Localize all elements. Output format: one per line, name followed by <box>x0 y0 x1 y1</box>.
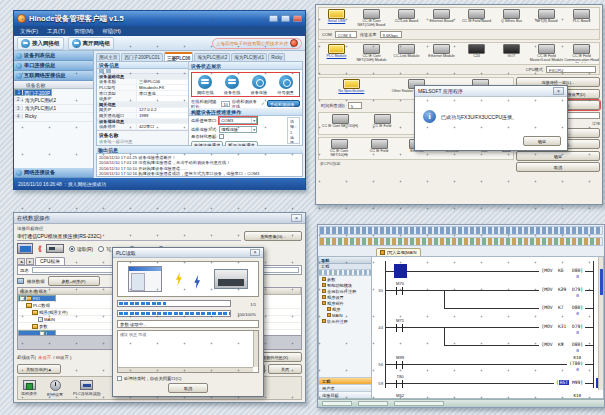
connect-mode-select[interactable]: 编程连接▾ <box>219 126 257 133</box>
progress-cancel-button[interactable]: 取消 <box>168 383 208 393</box>
ladder-tab[interactable]: [写入监视]MAIN <box>376 248 421 256</box>
auto-check-checkbox[interactable]: ✓ <box>261 101 265 106</box>
auto-close-checkbox[interactable] <box>117 376 122 381</box>
serial-usb-item[interactable]: Serial USB <box>319 9 354 28</box>
monitor-value: 0 <box>576 330 579 335</box>
app-logo-icon <box>17 14 26 23</box>
network-online-indicator[interactable]: 网络在线 <box>193 75 219 95</box>
manual-check-button[interactable]: 手动检测设备在线 <box>267 100 300 107</box>
tab-cpu-module[interactable]: CPU模块 <box>35 257 65 265</box>
sidebar-panel-serial[interactable]: 串口连接信息 <box>14 61 93 71</box>
no-specification-item[interactable]: No Specification <box>319 79 384 98</box>
close-button[interactable]: 关闭 <box>268 364 302 374</box>
param-program-button[interactable]: 参数+程序(P) <box>48 276 100 286</box>
toolbar-icons[interactable] <box>319 237 603 246</box>
device-connect-indicator[interactable]: 设备连接 <box>246 75 272 95</box>
close-icon[interactable]: × <box>291 214 302 222</box>
sidebar-panel-network[interactable]: 互联网络连接信息 <box>14 71 93 81</box>
minimize-icon[interactable] <box>269 15 278 22</box>
dialog-ok-button[interactable]: 确定 <box>523 136 561 146</box>
pane-connection[interactable]: 连接目标 <box>319 391 371 398</box>
cc-ie-field-master-item[interactable]: CC IE Field Master/Local Module <box>529 44 564 63</box>
leave-network-button[interactable]: 离开网络组 <box>68 37 115 50</box>
cc-ie-cont-board-item[interactable]: CC IE Cont NET(/10H) Board <box>354 9 389 28</box>
device-online-indicator[interactable]: 设备在线 <box>219 75 245 95</box>
clock-setting-item[interactable]: 时钟设置 <box>47 380 63 397</box>
sidebar-panel-device-list[interactable]: 设备列表信息 <box>14 51 93 61</box>
tab-ricky[interactable]: Ricky <box>268 53 285 61</box>
tab-mitsubishi[interactable]: 三菱PLC06 <box>164 52 194 61</box>
com-port-select[interactable]: COM3▾ <box>219 117 257 124</box>
cancel-button[interactable]: 取消 <box>516 162 600 172</box>
contact-label: M99 <box>392 355 408 360</box>
table-row[interactable]: 2海为PLC测试2 <box>14 96 93 105</box>
instruction: MOV K6 D80 <box>539 268 585 273</box>
maximize-icon[interactable] <box>281 15 290 22</box>
time-check-field[interactable]: 5 <box>348 102 362 109</box>
checkbox-checked-icon[interactable]: ✓ <box>38 317 43 322</box>
menu-file[interactable]: 文件(F) <box>20 28 38 35</box>
menu-tools[interactable]: 工具(T) <box>47 28 65 35</box>
got-item[interactable]: GOT <box>494 44 529 63</box>
plc-board-item[interactable]: PLC Board <box>564 9 599 28</box>
plc-module-item[interactable]: PLC Module <box>319 44 354 63</box>
close-icon[interactable] <box>293 15 302 22</box>
related-functions-button[interactable]: 关联功能(F)▲ <box>17 364 61 374</box>
device-table-header: 设备名称 <box>14 81 93 89</box>
ethernet-board-item[interactable]: Ethernet Board <box>424 9 459 28</box>
output-log[interactable]: 2016/11/10 17:01:25 设备连接通道断开！ 2016/11/10… <box>96 154 303 177</box>
table-row[interactable]: 3海为PLC测试1 <box>14 105 93 114</box>
tab-siemens[interactable]: 西门子200PLC01 <box>121 53 163 61</box>
system-image-button[interactable]: 系统图像(G)... <box>244 231 302 241</box>
tab-home[interactable]: 测试主页 <box>96 53 120 61</box>
table-row[interactable]: ✓FX3U/FX3UCCPU <box>18 295 56 302</box>
menu-manage[interactable]: 管理(M) <box>74 28 93 35</box>
tree-item-device-comment[interactable]: 软元件注释 <box>319 318 371 324</box>
tab-haiwei1[interactable]: 海为PLC测试1 <box>231 53 267 61</box>
join-network-button[interactable]: 接入网络组 <box>17 37 64 50</box>
q-series-bus-item[interactable]: Q Series Bus <box>494 9 529 28</box>
signal-measure-indicator[interactable]: 信号测量 <box>273 75 299 95</box>
ethernet-module-item[interactable]: Ethernet Module <box>424 44 459 63</box>
cc-ie-field-head-icon <box>573 44 590 54</box>
cc-link-module-item[interactable]: CC-Link Module <box>389 44 424 63</box>
ok-button[interactable]: 确定 <box>516 151 600 161</box>
net2-board-item[interactable]: NET(II) Board <box>529 9 564 28</box>
route-cc-ie-cont-item[interactable]: CC IE Cont NET/10(H) <box>321 114 359 133</box>
cc-link-board-item[interactable]: CC-Link Board <box>389 9 424 28</box>
close-icon[interactable]: × <box>250 249 260 256</box>
cc-ie-cont-module-item[interactable]: CC IE Cont NET(/10H) Module <box>354 44 389 63</box>
cc-ie-field-board-item[interactable]: CC IE Field Board <box>459 9 494 28</box>
tab-haiwei2[interactable]: 海为PLC测试2 <box>194 53 230 61</box>
coex-cc-ie-field-item[interactable]: CC IE Field <box>361 139 397 158</box>
horizontal-scrollbar[interactable] <box>118 367 253 372</box>
table-row[interactable]: 1西门子200PLC01 <box>14 89 52 96</box>
menu-help[interactable]: 帮助(H) <box>102 28 121 35</box>
monitor-value: 0 <box>576 274 579 279</box>
icon-convert-checkbox[interactable] <box>219 134 224 139</box>
vertical-scrollbar[interactable] <box>253 331 258 367</box>
navigation-title: 导航 <box>319 257 371 264</box>
route-cc-ie-field-item[interactable]: CC IE Field <box>363 114 401 133</box>
vertical-scrollbar[interactable] <box>598 257 603 390</box>
speed-value-field[interactable]: 9.6Kbps <box>380 31 402 38</box>
tab-scroll-right-icon[interactable]: ▸ <box>26 258 34 265</box>
tab-scroll-left-icon[interactable]: ◂ <box>17 258 25 265</box>
pane-project[interactable]: 工程 <box>319 377 371 384</box>
remote-operation-item[interactable]: 远程操作 <box>21 380 37 396</box>
c24-item[interactable]: C24 <box>459 44 494 63</box>
close-icon[interactable]: × <box>553 87 564 95</box>
ladder-canvas[interactable]: MOV K6 D80 0 30 M70 MOV K29 D79 0 MOV K7… <box>372 256 604 399</box>
progress-item-list[interactable]: 模块 状态 完成 <box>117 330 259 373</box>
plc-memory-clear-item[interactable]: PLC存储器清除 <box>73 380 101 396</box>
coex-cc-ie-cont-item[interactable]: CC IE Cont NET/10(H) <box>321 139 357 158</box>
interval-input[interactable]: 10 <box>221 101 230 107</box>
cc-ie-field-head-item[interactable]: CC IE Field Communication Head Module <box>564 44 599 63</box>
pane-user-library[interactable]: 用户库 <box>319 384 371 391</box>
table-row[interactable]: 4Ricky <box>14 113 93 122</box>
cpu-mode-field[interactable]: FXCPU <box>546 66 596 73</box>
com-value-field[interactable]: COM 3 <box>335 31 357 38</box>
sidebar-panel-net-devices[interactable]: 网络连接设备 <box>14 168 93 178</box>
radio-read[interactable]: 读取(R) <box>69 246 93 252</box>
toolbar-icons[interactable] <box>319 226 603 235</box>
